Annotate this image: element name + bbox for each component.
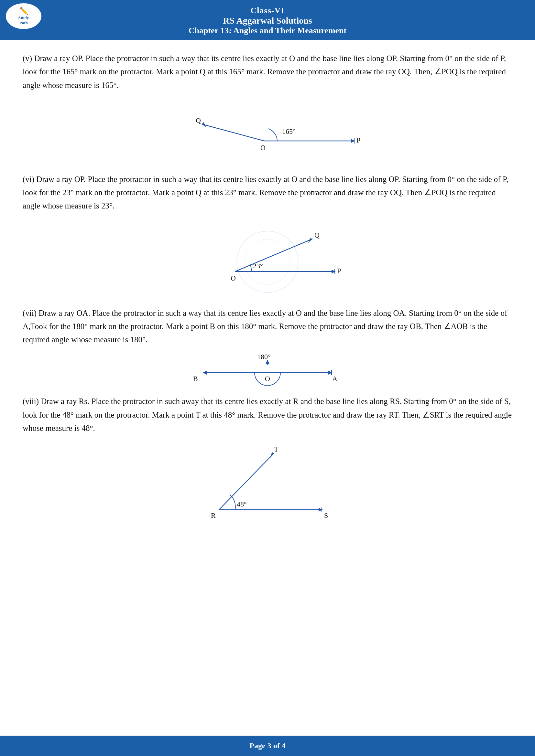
svg-text:B: B: [193, 375, 198, 383]
svg-text:O: O: [265, 375, 270, 383]
page-header: ✏️ StudyPath Class-VI RS Aggarwal Soluti…: [0, 0, 535, 40]
svg-text:Q: Q: [314, 231, 320, 239]
logo-icon: ✏️: [18, 7, 29, 15]
header-title: RS Aggarwal Solutions: [3, 15, 532, 26]
svg-point-10: [245, 239, 290, 284]
svg-text:T: T: [274, 445, 278, 453]
svg-marker-34: [270, 452, 274, 458]
section-v-text: (v) Draw a ray OP. Place the protractor …: [23, 52, 512, 92]
diagram-vi: Q O P 23°: [23, 220, 512, 297]
svg-line-14: [235, 239, 312, 272]
logo-text: StudyPath: [18, 15, 29, 25]
svg-text:A: A: [332, 375, 337, 383]
header-class: Class-VI: [3, 6, 532, 15]
main-content: (v) Draw a ray OP. Place the protractor …: [0, 40, 535, 557]
page-number: Page 3 of 4: [249, 742, 285, 750]
section-viii-text: (viii) Draw a ray Rs. Place the protract…: [23, 395, 512, 435]
svg-text:P: P: [356, 136, 360, 144]
svg-text:165°: 165°: [282, 127, 296, 135]
header-chapter: Chapter 13: Angles and Their Measurement: [3, 26, 532, 36]
svg-text:P: P: [337, 267, 341, 275]
svg-point-9: [237, 231, 298, 292]
svg-text:O: O: [231, 274, 236, 282]
diagram-v: Q O P 165°: [23, 99, 512, 164]
svg-text:48°: 48°: [237, 500, 247, 508]
diagram-viii: T R S 48°: [23, 442, 512, 539]
svg-text:S: S: [324, 511, 328, 519]
section-vi-text: (vi) Draw a ray OP. Place the protractor…: [23, 173, 512, 213]
svg-line-3: [202, 124, 264, 141]
svg-text:R: R: [211, 511, 216, 519]
section-vii-text: (vii) Draw a ray OA. Place the protracto…: [23, 307, 512, 346]
page-footer: Page 3 of 4: [0, 736, 535, 756]
svg-text:180°: 180°: [257, 353, 271, 361]
svg-text:O: O: [260, 144, 266, 151]
logo: ✏️ StudyPath: [6, 3, 42, 29]
svg-text:23°: 23°: [253, 262, 263, 270]
svg-marker-21: [203, 371, 207, 375]
diagram-vii: B O A 180°: [23, 353, 512, 386]
svg-text:Q: Q: [196, 116, 201, 124]
